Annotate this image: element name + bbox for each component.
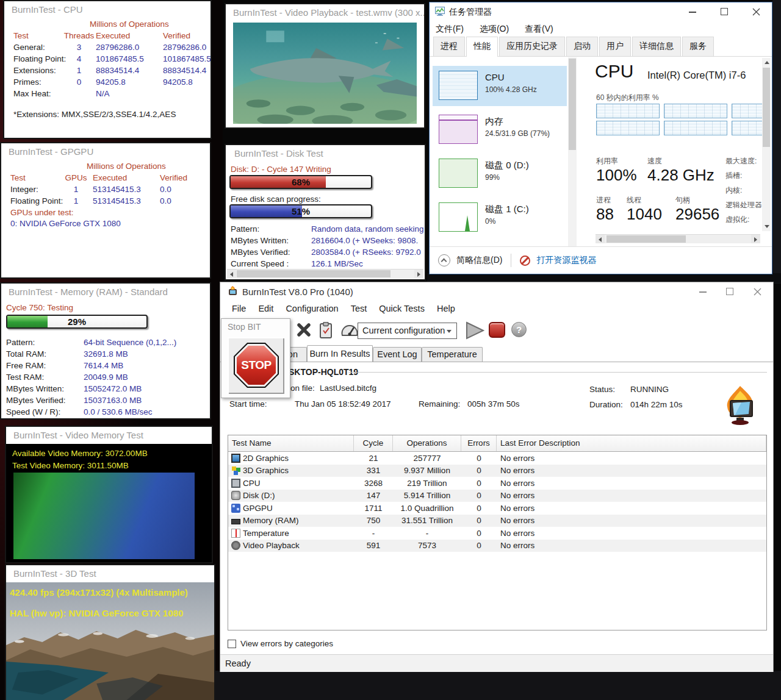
cpu-table-header: Test Threads Executed Verified (4, 30, 211, 41)
menu-file[interactable]: 文件(F) (436, 24, 464, 35)
menu-view[interactable]: 查看(V) (525, 24, 553, 35)
3d-test-titlebar[interactable]: BurnInTest - 3D Test (6, 565, 214, 582)
table-row-3d-graphics[interactable]: 3D Graphics 331 9.937 Million 0 No error… (228, 465, 766, 477)
video-playback-titlebar[interactable]: BurnInTest - Video Playback - test.wmv (… (226, 4, 424, 21)
tab-processes[interactable]: 进程 (433, 37, 465, 56)
menu-options[interactable]: 选项(O) (480, 24, 509, 35)
core-graph-6 (664, 121, 727, 135)
col-errors[interactable]: Errors (461, 435, 497, 451)
close-button[interactable] (743, 2, 771, 21)
core-graph-3 (732, 104, 762, 118)
tab-burn-in-results[interactable]: Burn In Results (307, 345, 373, 362)
scroll-down-arrow[interactable] (765, 225, 769, 228)
stop-bit-button[interactable]: STOP (228, 337, 284, 394)
config-file-label: on file: (290, 384, 315, 393)
maximize-button[interactable] (716, 282, 744, 301)
gpgpu-window-titlebar[interactable]: BurnInTest - GPGPU (1, 143, 210, 160)
sidebar-scrollbar[interactable] (568, 57, 577, 246)
help-button[interactable]: ? (511, 322, 527, 337)
sidebar-item-memory[interactable]: 内存 24.5/31.9 GB (77%) (433, 110, 567, 150)
tab-startup[interactable]: 启动 (566, 37, 598, 56)
stop-tests-button[interactable] (489, 322, 505, 338)
table-row-temperature[interactable]: Temperature - - 0 No errors (228, 527, 766, 540)
scroll-up-arrow[interactable] (765, 61, 769, 64)
col-cycle[interactable]: Cycle (354, 435, 393, 451)
group-divider-line (348, 372, 767, 373)
panel-horizontal-scrollbar[interactable] (596, 234, 760, 243)
memory-progress-bar: 29% (6, 315, 148, 329)
video-memory-titlebar[interactable]: BurnInTest - Video Memory Test (6, 427, 212, 444)
maximize-button[interactable] (711, 2, 739, 21)
menu-file[interactable]: File (226, 302, 252, 316)
disk0-usage-graph-icon (439, 159, 478, 188)
view-errors-checkbox[interactable] (228, 640, 236, 648)
memory-field-free-ram: Free RAM:7614.4 MB (1, 360, 210, 371)
status-bar-text: Ready (225, 659, 251, 668)
tab-event-log[interactable]: Event Log (373, 347, 422, 362)
3d-terrain-render (6, 582, 214, 700)
cpu-ops-header: Millions of Operations (90, 20, 169, 29)
scrollbar-thumb[interactable] (237, 270, 390, 277)
cpu-usage-graph-icon (439, 71, 478, 100)
table-row-2d-graphics[interactable]: 2D Graphics 21 257777 0 No errors (228, 452, 766, 465)
cpu-window-titlebar[interactable]: BurnInTest - CPU (4, 1, 211, 18)
table-row-disk[interactable]: Disk (D:) 147 5.914 Trillion 0 No errors (228, 490, 766, 502)
disk-horizontal-scrollbar[interactable] (227, 269, 423, 278)
close-button[interactable] (744, 282, 772, 301)
fewer-details-toggle[interactable]: 简略信息(D) (456, 255, 502, 266)
table-row-gpgpu[interactable]: GPGPU 1711 1.0 Quadrillion 0 No errors (228, 502, 766, 515)
cpu-chip-icon (231, 479, 240, 488)
disk-test-titlebar[interactable]: BurnInTest - Disk Test (226, 145, 425, 162)
minimize-button[interactable] (689, 282, 717, 301)
col-test-name[interactable]: Test Name (228, 435, 354, 451)
scroll-right-arrow[interactable] (414, 270, 423, 278)
test-report-icon[interactable] (319, 322, 333, 338)
tab-app-history[interactable]: 应用历史记录 (499, 37, 565, 56)
gauge-icon[interactable] (340, 322, 359, 338)
table-row-video-playback[interactable]: Video Playback 591 7573 0 No errors (228, 540, 766, 552)
memory-field-speed: Speed (W / R):0.0 / 530.6 MB/sec (1, 406, 210, 418)
scroll-left-arrow[interactable] (227, 270, 236, 278)
scroll-left-arrow[interactable] (596, 235, 605, 243)
start-tests-button[interactable] (464, 321, 486, 340)
disk-scan-progress-bar: 51% (229, 204, 372, 218)
panel-vertical-scrollbar[interactable] (762, 58, 771, 231)
scrollbar-thumb[interactable] (606, 235, 686, 243)
video-playback-frame (233, 23, 417, 124)
memory-window-titlebar[interactable]: BurnInTest - Memory (RAM) - Standard (1, 284, 210, 301)
menu-configuration[interactable]: Configuration (279, 302, 344, 316)
main-titlebar[interactable]: BurnInTest V8.0 Pro (1040) (220, 282, 773, 301)
stop-sign-icon: STOP (234, 343, 279, 388)
tab-details[interactable]: 详细信息 (632, 37, 681, 56)
col-operations[interactable]: Operations (393, 435, 461, 451)
table-row-cpu[interactable]: CPU 3268 219 Trillion 0 No errors (228, 477, 766, 490)
configuration-dropdown[interactable]: Current configuration (358, 323, 457, 339)
taskmgr-footer: 简略信息(D) 打开资源监视器 (430, 246, 772, 274)
menu-help[interactable]: Help (431, 302, 461, 316)
tab-users[interactable]: 用户 (599, 37, 631, 56)
sidebar-item-disk0[interactable]: 磁盘 0 (D:) 99% (433, 154, 567, 194)
sidebar-item-ethernet[interactable]: 以太网 (433, 241, 567, 246)
tab-temperature[interactable]: Temperature (422, 347, 483, 362)
col-last-error[interactable]: Last Error Description (497, 435, 766, 451)
open-resource-monitor-link[interactable]: 打开资源监视器 (536, 255, 596, 266)
main-menubar: File Edit Configuration Test Quick Tests… (220, 302, 461, 316)
table-row-memory[interactable]: Memory (RAM) 750 31.551 Trillion 0 No er… (228, 515, 766, 527)
tab-services[interactable]: 服务 (682, 37, 714, 56)
sidebar-item-cpu[interactable]: CPU 100% 4.28 GHz (433, 66, 567, 106)
menu-test[interactable]: Test (345, 302, 373, 316)
taskmgr-titlebar[interactable]: 任务管理器 (430, 2, 772, 21)
scrollbar-thumb[interactable] (763, 68, 770, 147)
menu-edit[interactable]: Edit (252, 302, 279, 316)
monitor-icon (231, 454, 240, 463)
scrollbar-thumb[interactable] (569, 59, 576, 150)
scroll-right-arrow[interactable] (751, 235, 760, 243)
machine-name: SKTOP-HQL0T19 (289, 367, 358, 377)
cpu-row-floating-point: Floating Point:4101867485.5101867485.5 (4, 53, 211, 65)
abort-test-icon[interactable] (296, 322, 312, 338)
tab-performance[interactable]: 性能 (466, 37, 498, 57)
minimize-button[interactable] (678, 2, 707, 21)
menu-quick-tests[interactable]: Quick Tests (373, 302, 431, 316)
taskmgr-tab-strip: 进程 性能 应用历史记录 启动 用户 详细信息 服务 (430, 38, 772, 57)
sidebar-item-disk1[interactable]: 磁盘 1 (C:) 0% (433, 198, 567, 238)
